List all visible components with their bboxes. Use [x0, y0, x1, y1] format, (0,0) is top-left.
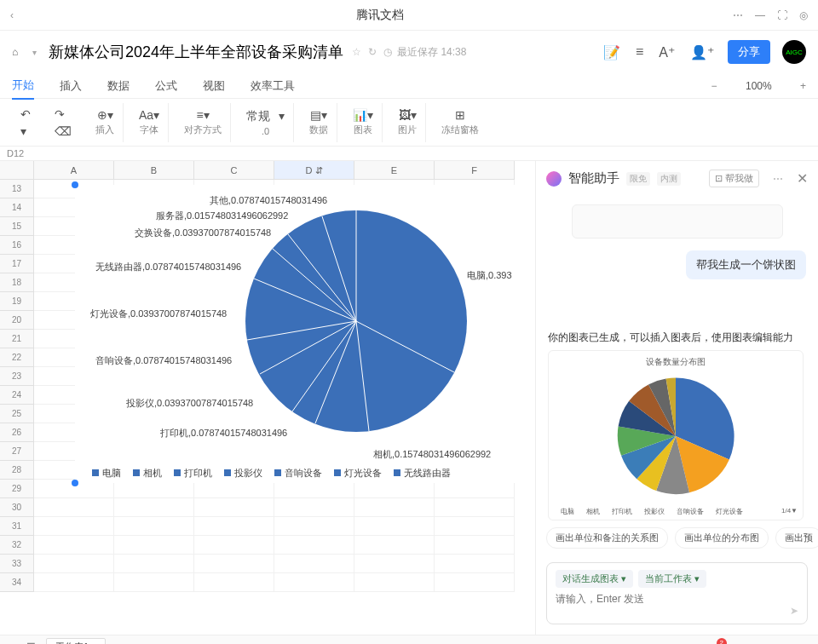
context-tag[interactable]: 当前工作表 ▾: [638, 570, 706, 588]
row-header[interactable]: 18: [0, 273, 34, 292]
cell[interactable]: [34, 573, 114, 592]
zoom-plus[interactable]: +: [798, 80, 806, 92]
row-header[interactable]: 33: [0, 555, 34, 573]
cell[interactable]: [114, 536, 194, 555]
context-tag[interactable]: 对话生成图表 ▾: [556, 570, 633, 588]
cell[interactable]: [274, 573, 354, 592]
star-icon[interactable]: ☆: [352, 46, 361, 58]
col-header[interactable]: A: [34, 161, 114, 180]
undo-icon[interactable]: ↶: [20, 107, 31, 121]
font-icon[interactable]: Aa▾: [139, 108, 159, 122]
send-icon[interactable]: ➤: [790, 605, 798, 617]
tab-view[interactable]: 视图: [203, 73, 225, 99]
cell[interactable]: [194, 498, 274, 517]
cell[interactable]: [354, 517, 435, 536]
row-header[interactable]: 28: [0, 461, 34, 480]
tab-start[interactable]: 开始: [12, 72, 34, 100]
suggestion-chip[interactable]: 画出单位的分布图: [675, 527, 769, 549]
zoom-out-icon[interactable]: −: [752, 641, 758, 645]
spreadsheet-grid[interactable]: ABCD ⇵EF13141516171819202122232425262728…: [0, 161, 535, 635]
col-header[interactable]: C: [194, 161, 274, 180]
cloud-sync-icon[interactable]: ☁: [711, 641, 722, 645]
row-header[interactable]: 19: [0, 292, 34, 311]
target-icon[interactable]: ◎: [799, 9, 808, 21]
cell[interactable]: [114, 573, 194, 592]
ai-prompt-input[interactable]: [556, 593, 798, 605]
tab-formula[interactable]: 公式: [155, 73, 177, 99]
sheet-tab[interactable]: 工作表1 ▾: [46, 638, 106, 644]
cell[interactable]: [114, 517, 194, 536]
cell[interactable]: [34, 555, 114, 573]
cell[interactable]: [435, 498, 515, 517]
row-header[interactable]: 13: [0, 180, 34, 198]
suggestion-chip[interactable]: 画出预: [775, 527, 818, 549]
cell[interactable]: [274, 498, 354, 517]
close-icon[interactable]: ✕: [797, 170, 808, 187]
cell[interactable]: [354, 498, 435, 517]
row-header[interactable]: 27: [0, 442, 34, 461]
cell[interactable]: [34, 517, 114, 536]
suggestion-chip[interactable]: 画出单位和备注的关系图: [546, 527, 668, 549]
data-icon[interactable]: ▤▾: [310, 108, 327, 122]
cell[interactable]: [435, 573, 515, 592]
add-sheet-icon[interactable]: +: [10, 641, 16, 645]
menu-icon[interactable]: ≡: [636, 44, 643, 60]
home-caret-icon[interactable]: ▾: [32, 48, 37, 57]
cell[interactable]: [435, 517, 515, 536]
cell[interactable]: [435, 555, 515, 573]
add-circle-icon[interactable]: ⊕▾: [97, 108, 113, 122]
ai-more-icon[interactable]: ⋯: [773, 173, 783, 185]
sheets-list-icon[interactable]: ☰: [26, 641, 36, 645]
cell[interactable]: [354, 555, 435, 573]
help-me-button[interactable]: ⊡ 帮我做: [709, 170, 759, 187]
chart-icon[interactable]: 📊▾: [353, 108, 373, 122]
row-header[interactable]: 24: [0, 386, 34, 405]
font-format-icon[interactable]: A⁺: [659, 44, 675, 60]
maximize-icon[interactable]: ⛶: [777, 9, 787, 21]
back-icon[interactable]: ‹: [10, 9, 27, 21]
redo-icon[interactable]: ↷: [55, 107, 72, 121]
ai-input-box[interactable]: 对话生成图表 ▾ 当前工作表 ▾ ➤: [546, 562, 808, 624]
more-icon[interactable]: ⋯: [733, 9, 743, 21]
col-header[interactable]: E: [354, 161, 435, 180]
row-header[interactable]: 22: [0, 348, 34, 367]
cell[interactable]: [194, 517, 274, 536]
tab-insert[interactable]: 插入: [60, 73, 82, 99]
clear-format-icon[interactable]: ⌫: [55, 124, 72, 138]
cell[interactable]: [34, 498, 114, 517]
edit-add-icon[interactable]: 📝: [603, 44, 620, 60]
cell[interactable]: [274, 536, 354, 555]
row-header[interactable]: 17: [0, 255, 34, 273]
row-header[interactable]: 30: [0, 498, 34, 517]
row-header[interactable]: 20: [0, 311, 34, 330]
cell[interactable]: [34, 536, 114, 555]
cell[interactable]: [435, 536, 515, 555]
cell[interactable]: [354, 536, 435, 555]
tab-data[interactable]: 数据: [107, 73, 130, 99]
history-icon[interactable]: ↻: [368, 46, 377, 58]
home-icon[interactable]: ⌂: [12, 46, 29, 58]
cell[interactable]: [274, 555, 354, 573]
tab-tools[interactable]: 效率工具: [251, 73, 295, 99]
row-header[interactable]: 14: [0, 198, 34, 217]
cell[interactable]: [114, 555, 194, 573]
image-icon[interactable]: 🖼▾: [399, 108, 417, 122]
col-header[interactable]: D ⇵: [274, 161, 354, 180]
align-icon[interactable]: ≡▾: [197, 108, 210, 122]
format-painter-icon[interactable]: ▾: [20, 124, 31, 138]
row-header[interactable]: 26: [0, 423, 34, 442]
cell[interactable]: [354, 573, 435, 592]
zoom-minus[interactable]: −: [711, 80, 720, 92]
share-button[interactable]: 分享: [728, 40, 770, 64]
minimize-icon[interactable]: —: [755, 9, 765, 21]
cell[interactable]: [194, 555, 274, 573]
number-format[interactable]: 常规: [246, 109, 270, 124]
view-mode-icon[interactable]: ▦: [732, 641, 741, 645]
cell-reference[interactable]: D12: [0, 147, 818, 161]
cell[interactable]: [274, 517, 354, 536]
zoom-in-icon[interactable]: +: [802, 641, 808, 645]
row-header[interactable]: 21: [0, 330, 34, 348]
row-header[interactable]: 16: [0, 236, 34, 255]
row-header[interactable]: 32: [0, 536, 34, 555]
embedded-chart[interactable]: 电脑,0.393 相机,0.15748031496062992 打印机,0.07…: [75, 185, 518, 483]
